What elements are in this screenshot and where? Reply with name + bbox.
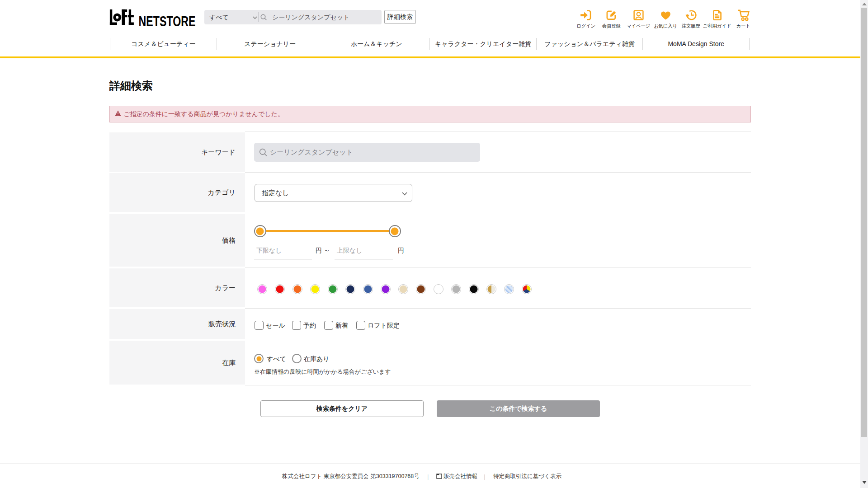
svg-text:NETSTORE: NETSTORE xyxy=(139,16,196,27)
